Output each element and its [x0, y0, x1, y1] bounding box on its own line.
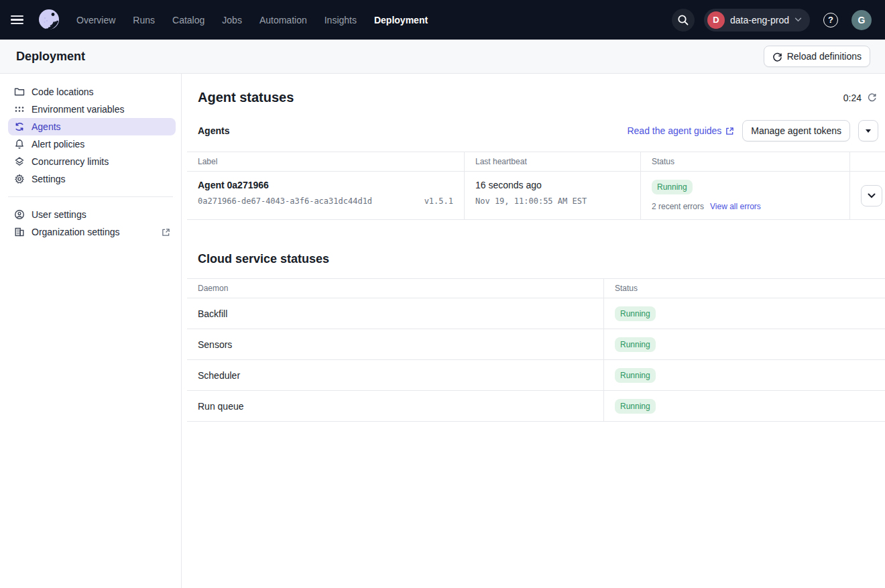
agent-expand-cell	[849, 172, 885, 219]
sidebar-item-label: Concurrency limits	[32, 156, 109, 167]
nav-item-catalog[interactable]: Catalog	[172, 15, 204, 25]
sidebar-item-label: Code locations	[32, 86, 94, 97]
agent-statuses-title: Agent statuses	[198, 90, 294, 105]
column-header-heartbeat: Last heartbeat	[464, 152, 640, 171]
layers-icon	[13, 156, 25, 168]
agents-table: Label Last heartbeat Status Agent 0a2719…	[187, 152, 885, 220]
top-nav: Overview Runs Catalog Jobs Automation In…	[0, 0, 885, 40]
reload-definitions-button[interactable]: Reload definitions	[764, 46, 870, 67]
column-header-status: Status	[603, 279, 885, 298]
column-header-label: Label	[187, 152, 464, 171]
refresh-countdown: 0:24	[843, 93, 877, 103]
agent-guides-link-label: Read the agent guides	[627, 125, 721, 136]
nav-item-jobs[interactable]: Jobs	[222, 15, 242, 25]
agent-version: v1.5.1	[424, 196, 453, 206]
sidebar-item-agents[interactable]: Agents	[8, 118, 176, 135]
chevron-down-icon	[868, 193, 876, 198]
agents-section-label: Agents	[198, 125, 229, 136]
status-badge: Running	[652, 180, 693, 194]
external-link-icon	[162, 228, 170, 237]
search-icon	[677, 14, 689, 26]
sidebar-item-environment-variables[interactable]: Environment variables	[8, 101, 176, 118]
sidebar-item-label: Environment variables	[32, 104, 125, 115]
daemon-row-sensors: Sensors Running	[187, 329, 885, 360]
deployment-switcher-label: data-eng-prod	[730, 15, 789, 25]
expand-agent-row-button[interactable]	[861, 185, 882, 207]
recent-errors-count: 2 recent errors	[652, 202, 704, 211]
chevron-down-icon	[794, 17, 802, 22]
daemon-row-scheduler: Scheduler Running	[187, 360, 885, 391]
status-badge: Running	[615, 399, 656, 414]
agent-guides-link[interactable]: Read the agent guides	[627, 125, 734, 136]
daemon-name: Backfill	[187, 298, 603, 329]
sidebar-item-alert-policies[interactable]: Alert policies	[8, 135, 176, 153]
deployment-badge: D	[707, 11, 725, 29]
sidebar-item-label: Organization settings	[32, 227, 120, 237]
column-header-daemon: Daemon	[187, 279, 603, 298]
variables-icon	[13, 104, 25, 115]
reload-icon	[772, 52, 782, 62]
bell-icon	[13, 139, 25, 150]
deployment-switcher[interactable]: D data-eng-prod	[704, 9, 810, 32]
daemon-row-run-queue: Run queue Running	[187, 391, 885, 422]
heartbeat-relative: 16 seconds ago	[475, 180, 630, 190]
sidebar-item-label: User settings	[32, 209, 86, 220]
sidebar-item-label: Settings	[32, 174, 66, 184]
status-badge: Running	[615, 337, 656, 352]
agent-actions-dropdown-button[interactable]	[858, 120, 878, 141]
sidebar-item-user-settings[interactable]: User settings	[8, 206, 176, 223]
cloud-services-table: Daemon Status Backfill Running Sensors R…	[187, 278, 885, 422]
nav-item-deployment[interactable]: Deployment	[374, 15, 428, 25]
manage-agent-tokens-label: Manage agent tokens	[751, 125, 841, 136]
main-content: Agent statuses 0:24 Agents Read the agen…	[182, 74, 885, 588]
nav-item-overview[interactable]: Overview	[76, 15, 115, 25]
sidebar-item-label: Alert policies	[32, 139, 84, 150]
heartbeat-timestamp: Nov 19, 11:00:55 AM EST	[475, 196, 630, 206]
nav-item-automation[interactable]: Automation	[259, 15, 307, 25]
page-title: Deployment	[16, 50, 85, 64]
sidebar-divider	[8, 196, 173, 197]
agent-status-cell: Running 2 recent errors View all errors	[640, 172, 849, 219]
help-icon: ?	[823, 13, 838, 27]
column-header-status: Status	[640, 152, 849, 171]
sidebar-item-label: Agents	[32, 121, 61, 132]
reload-definitions-label: Reload definitions	[787, 51, 862, 62]
agent-heartbeat-cell: 16 seconds ago Nov 19, 11:00:55 AM EST	[464, 172, 640, 219]
user-avatar[interactable]: G	[851, 10, 872, 30]
nav-item-insights[interactable]: Insights	[324, 15, 357, 25]
search-button[interactable]	[672, 9, 695, 32]
gear-icon	[13, 174, 25, 185]
user-icon	[13, 209, 25, 221]
agent-id: 0a271966-de67-4043-a3f6-aca31dc44d1d	[198, 196, 372, 206]
view-all-errors-link[interactable]: View all errors	[710, 202, 761, 211]
external-link-icon	[725, 127, 734, 135]
caret-down-icon	[866, 129, 871, 133]
refresh-icon[interactable]	[867, 93, 877, 103]
deployment-sidebar: Code locations Environment variables Age…	[0, 74, 182, 588]
sidebar-item-organization-settings[interactable]: Organization settings	[8, 223, 176, 241]
status-badge: Running	[615, 368, 656, 383]
sidebar-item-concurrency-limits[interactable]: Concurrency limits	[8, 153, 176, 170]
daemon-name: Sensors	[187, 329, 603, 359]
sidebar-item-settings[interactable]: Settings	[8, 170, 176, 188]
agent-row: Agent 0a271966 0a271966-de67-4043-a3f6-a…	[187, 172, 885, 220]
hamburger-menu-icon[interactable]	[11, 11, 28, 29]
manage-agent-tokens-button[interactable]: Manage agent tokens	[742, 120, 850, 141]
agent-label-cell: Agent 0a271966 0a271966-de67-4043-a3f6-a…	[187, 172, 464, 219]
column-header-expand	[849, 152, 885, 171]
dagster-logo[interactable]	[36, 7, 62, 33]
daemon-name: Scheduler	[187, 360, 603, 390]
cloud-service-statuses-title: Cloud service statuses	[198, 252, 329, 266]
primary-nav: Overview Runs Catalog Jobs Automation In…	[76, 15, 428, 25]
building-icon	[13, 227, 25, 238]
page-header: Deployment Reload definitions	[0, 40, 885, 74]
nav-item-runs[interactable]: Runs	[133, 15, 155, 25]
daemon-name: Run queue	[187, 391, 603, 421]
daemon-row-backfill: Backfill Running	[187, 298, 885, 329]
countdown-value: 0:24	[843, 93, 862, 103]
agent-icon	[13, 121, 25, 133]
help-button[interactable]: ?	[819, 9, 842, 32]
status-badge: Running	[615, 306, 656, 321]
sidebar-item-code-locations[interactable]: Code locations	[8, 83, 176, 101]
folder-icon	[13, 86, 25, 98]
